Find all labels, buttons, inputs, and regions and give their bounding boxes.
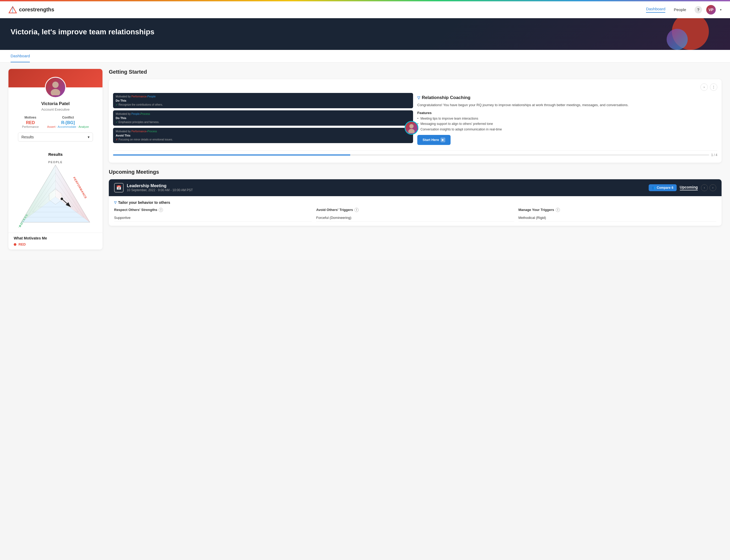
behavior-col-1: Respect Others' Strengths i Supportive (114, 208, 312, 222)
person-bubble-avatar (405, 121, 418, 135)
meeting-nav: ‹ › (701, 184, 716, 191)
avatar-image (48, 79, 63, 95)
motivates-value: RED (18, 242, 26, 246)
mini-card-3-x: Focusing on minor details or emotional i… (116, 138, 411, 141)
mini-card-3-action: Avoid This (116, 134, 411, 137)
progress-seg-3 (471, 154, 590, 156)
behavior-item-1: Supportive (114, 214, 312, 222)
progress-seg-1 (113, 154, 350, 156)
upcoming-tab[interactable]: Upcoming (680, 185, 698, 190)
feature-1: Meeting tips to improve team interaction… (417, 116, 717, 121)
nav-dashboard[interactable]: Dashboard (646, 7, 665, 13)
start-here-label: Start Here (423, 138, 439, 142)
play-icon: ▶ (441, 138, 445, 142)
right-panel: Getting Started › ⋮ Motivated by Perform… (109, 69, 722, 254)
meeting-body: ▽ Tailor your behavior to others Respect… (109, 196, 722, 226)
mini-card-1: Motivated by Performance-People Do This … (113, 93, 413, 108)
behaviors-grid: Respect Others' Strengths i Supportive A… (114, 208, 716, 222)
profile-name: Victoria Patel (14, 101, 97, 106)
start-here-button[interactable]: Start Here ▶ (417, 135, 451, 145)
getting-started-title: Getting Started (109, 69, 722, 75)
nav-people[interactable]: People (674, 7, 686, 12)
gs-next-btn[interactable]: › (700, 83, 708, 91)
motivates-title: What Motivates Me (14, 236, 97, 240)
meeting-title-col: Leadership Meeting 10 September, 2022 · … (127, 183, 646, 192)
col2-info-icon[interactable]: i (354, 208, 358, 212)
motives-value: RED (22, 120, 39, 125)
triangle-chart-container: Results PEOPLE PERFORMANCE PROCESS (8, 150, 102, 233)
bubble-avatar-image (406, 123, 417, 133)
profile-avatar (45, 77, 66, 98)
profile-metrics: Motives RED Performance Conflict R-[BG] … (14, 116, 97, 128)
chart-title: Results (13, 152, 98, 157)
content-grid: Victoria Patel Account Executive Motives… (0, 63, 730, 260)
svg-text:PERFORMANCE: PERFORMANCE (73, 176, 88, 199)
profile-card-header (8, 69, 102, 87)
upcoming-section-title: Upcoming Meetings (109, 169, 722, 175)
mini-card-2-wrapper: Motivated by People-Process Do This Emph… (113, 110, 413, 126)
meeting-title: Leadership Meeting (127, 183, 646, 188)
notification-bell-icon[interactable]: ? (695, 6, 702, 13)
results-dropdown-label: Results (21, 135, 34, 139)
logo-text: corestrengths (19, 7, 54, 13)
svg-point-26 (408, 129, 415, 133)
user-avatar[interactable]: VP (706, 5, 716, 15)
col3-title: Manage Your Triggers i (519, 208, 716, 212)
meeting-next-btn[interactable]: › (709, 184, 716, 191)
mini-card-3: Motivated by Performance-Process Avoid T… (113, 128, 413, 143)
mini-card-2: Motivated by People-Process Do This Emph… (113, 110, 413, 126)
logo-area: corestrengths (8, 6, 646, 13)
progress-seg-4 (591, 154, 709, 156)
mini-card-2-label: Motivated by People-Process (116, 112, 411, 115)
coaching-title: Relationship Coaching (422, 95, 470, 100)
progress-seg-2 (351, 154, 470, 156)
progress-bar-track (113, 154, 709, 156)
feature-2: Messaging support to align to others' pr… (417, 122, 717, 126)
col3-info-icon[interactable]: i (556, 208, 560, 212)
profile-avatar-wrapper (45, 77, 66, 98)
getting-started-card: › ⋮ Motivated by Performance-People Do T… (109, 79, 722, 163)
coaching-triangle-icon: ▽ (417, 96, 420, 100)
mini-card-2-action: Do This (116, 116, 411, 120)
mini-card-2-check: Emphasize principles and fairness. (116, 121, 411, 124)
motivates-dot-icon (14, 243, 16, 246)
coaching-heading: ▽ Relationship Coaching (417, 95, 717, 100)
meeting-actions: 👥 Compare 6 Upcoming ‹ › (649, 184, 716, 191)
col1-info-icon[interactable]: i (159, 208, 163, 212)
coaching-desc: Congratulations! You have begun your RQ … (417, 102, 717, 108)
what-motivates-section: What Motivates Me RED (8, 233, 102, 250)
conflict-value: R-[BG] (47, 120, 89, 125)
compare-button[interactable]: 👥 Compare 6 (649, 184, 677, 191)
tailor-heading-text: Tailor your behavior to others (118, 200, 170, 205)
conflict-analyze: Analyze (78, 125, 89, 128)
feature-3: Conversation insights to adapt communica… (417, 127, 717, 132)
compare-count: 6 (672, 186, 674, 190)
mini-card-1-check: Recognize the contributions of others. (116, 103, 411, 106)
avatar-chevron-icon[interactable]: ▾ (720, 8, 722, 12)
results-dropdown[interactable]: Results ▾ (18, 133, 93, 142)
mini-card-3-label: Motivated by Performance-Process (116, 130, 411, 133)
logo-icon (8, 6, 17, 13)
behavior-col-3: Manage Your Triggers i Methodical (Rigid… (519, 208, 716, 222)
tab-dashboard[interactable]: Dashboard (11, 50, 30, 62)
meeting-time: 10 September, 2022 · 9:00 AM - 10:00 AM … (127, 188, 646, 192)
banner-title: Victoria, let's improve team relationshi… (11, 28, 719, 36)
motives-label: Motives (22, 116, 39, 119)
logo-strengths: strengths (30, 7, 54, 12)
motives-sub: Performance (22, 125, 39, 128)
left-panel: Victoria Patel Account Executive Motives… (8, 69, 102, 254)
meeting-header: 📅 Leadership Meeting 10 September, 2022 … (109, 179, 722, 196)
compare-icon: 👥 (652, 186, 656, 190)
conflict-assert: Assert (47, 125, 55, 128)
gs-dots-btn[interactable]: ⋮ (710, 83, 717, 91)
mini-card-1-action: Do This (116, 99, 411, 102)
meeting-prev-btn[interactable]: ‹ (701, 184, 708, 191)
motivates-item: RED (14, 242, 97, 246)
col1-title: Respect Others' Strengths i (114, 208, 312, 212)
behavior-item-3: Methodical (Rigid) (519, 214, 716, 222)
progress-bar-row: 1 / 4 (113, 150, 717, 158)
mini-card-1-label: Motivated by Performance-People (116, 95, 411, 98)
tailor-triangle-icon: ▽ (114, 201, 116, 204)
conflict-metric: Conflict R-[BG] Assert · Accommodate · A… (47, 116, 89, 128)
header-banner: Victoria, let's improve team relationshi… (0, 18, 730, 50)
